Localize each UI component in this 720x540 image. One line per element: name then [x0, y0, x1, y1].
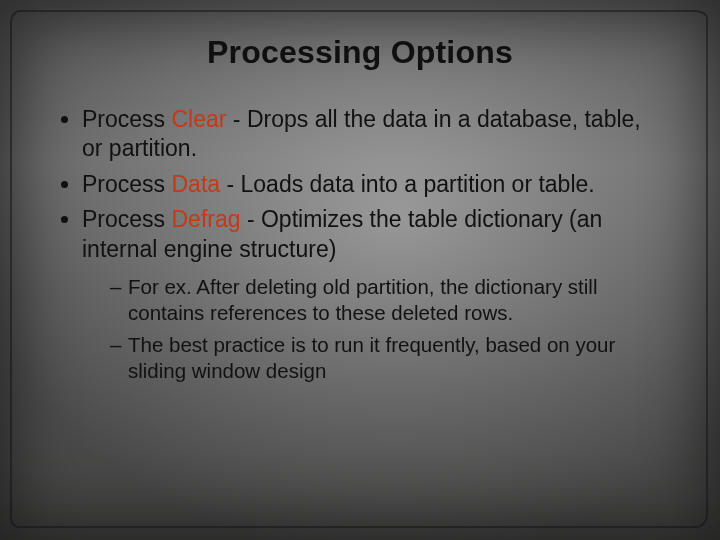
list-item: Process Defrag - Optimizes the table dic…: [82, 205, 664, 383]
bullet-prefix: Process: [82, 171, 171, 197]
bullet-prefix: Process: [82, 106, 171, 132]
bullet-prefix: Process: [82, 206, 171, 232]
list-item: For ex. After deleting old partition, th…: [110, 274, 664, 326]
list-item: The best practice is to run it frequentl…: [110, 332, 664, 384]
list-item: Process Clear - Drops all the data in a …: [82, 105, 664, 164]
slide: Processing Options Process Clear - Drops…: [0, 0, 720, 540]
list-item: Process Data - Loads data into a partiti…: [82, 170, 664, 199]
sub-bullet-list: For ex. After deleting old partition, th…: [82, 274, 664, 383]
bullet-list: Process Clear - Drops all the data in a …: [56, 105, 664, 384]
slide-title: Processing Options: [56, 34, 664, 71]
bullet-keyword: Defrag: [171, 206, 240, 232]
bullet-keyword: Clear: [171, 106, 226, 132]
bullet-keyword: Data: [171, 171, 220, 197]
bullet-rest: - Loads data into a partition or table.: [220, 171, 595, 197]
